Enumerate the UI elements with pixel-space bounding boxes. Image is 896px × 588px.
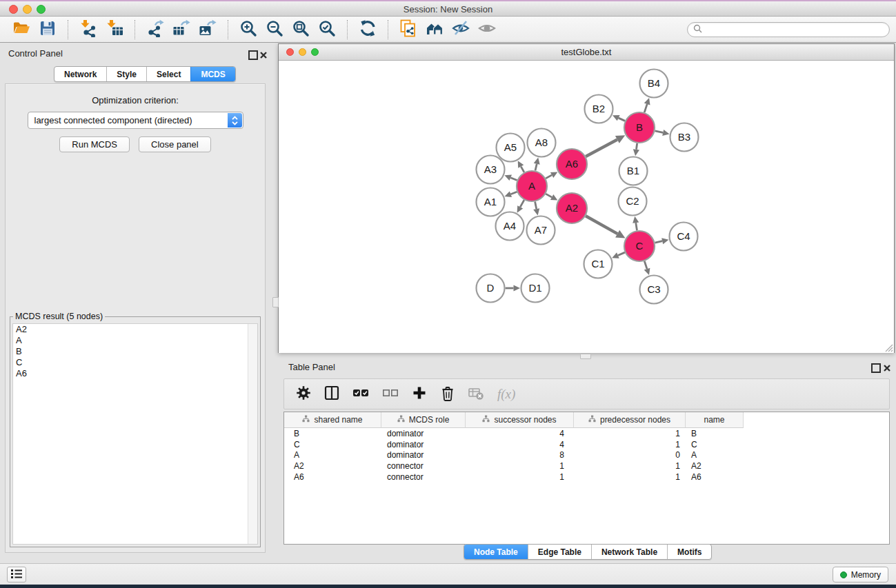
export-image-button[interactable] — [197, 19, 219, 40]
table-cell[interactable]: A6 — [686, 472, 744, 482]
table-cell[interactable]: dominator — [381, 450, 466, 460]
graph-node-A[interactable]: A — [517, 171, 547, 201]
table-cell[interactable]: 1 — [574, 472, 686, 482]
export-table-button[interactable] — [170, 19, 192, 40]
search-input[interactable] — [706, 24, 889, 35]
graph-edge-B-B3[interactable] — [655, 130, 670, 136]
deselect-all-button[interactable] — [382, 385, 399, 403]
column-header-shared-name[interactable]: shared name — [284, 412, 381, 428]
network-canvas[interactable]: B4B2BB3A8A5A6A3B1AC2A1A2A4A7C4CC1C3DD1 — [279, 61, 894, 353]
graph-node-C2[interactable]: C2 — [619, 187, 647, 216]
gear-button[interactable] — [296, 385, 311, 403]
table-cell[interactable]: 4 — [466, 440, 574, 449]
import-network-button[interactable] — [77, 19, 99, 40]
table-cell[interactable]: connector — [381, 461, 466, 471]
table-panel-close-button[interactable] — [883, 363, 891, 371]
column-header-name[interactable]: name — [686, 412, 744, 428]
tab-edge-table[interactable]: Edge Table — [528, 545, 591, 559]
graph-node-C1[interactable]: C1 — [584, 250, 613, 278]
hide-selected-button[interactable] — [450, 19, 472, 40]
zoom-fit-button[interactable] — [290, 19, 312, 40]
panel-divider-handle[interactable] — [580, 354, 591, 359]
panel-divider-handle[interactable] — [272, 297, 279, 307]
column-header-successor-nodes[interactable]: successor nodes — [466, 412, 574, 428]
graph-node-C[interactable]: C — [624, 231, 655, 261]
table-cell[interactable]: B — [284, 429, 381, 438]
graph-edge-A-A8[interactable] — [534, 158, 540, 171]
graph-node-B2[interactable]: B2 — [585, 95, 613, 123]
tab-style[interactable]: Style — [106, 67, 146, 81]
import-table-button[interactable] — [103, 19, 126, 40]
table-cell[interactable]: connector — [381, 472, 466, 482]
graph-node-B[interactable]: B — [624, 112, 655, 143]
table-cell[interactable]: 1 — [466, 461, 574, 471]
graph-edge-A2-C[interactable] — [586, 216, 625, 238]
export-network-button[interactable] — [144, 19, 166, 40]
table-cell[interactable]: A2 — [284, 461, 381, 471]
graph-edge-A6-B[interactable] — [586, 135, 625, 156]
graph-node-B4[interactable]: B4 — [640, 70, 668, 98]
graph-node-B3[interactable]: B3 — [670, 123, 699, 152]
zoom-selected-button[interactable] — [316, 19, 338, 40]
table-cell[interactable]: dominator — [381, 429, 466, 438]
zoom-in-button[interactable] — [237, 19, 259, 40]
table-cell[interactable]: 1 — [466, 472, 574, 482]
split-panel-button[interactable] — [324, 385, 339, 403]
table-cell[interactable]: 1 — [574, 461, 686, 471]
graph-node-A4[interactable]: A4 — [496, 212, 524, 241]
tab-motifs[interactable]: Motifs — [667, 545, 711, 559]
tab-node-table[interactable]: Node Table — [464, 545, 528, 559]
graph-edge-C-C1[interactable] — [612, 252, 625, 258]
graph-node-A2[interactable]: A2 — [557, 193, 587, 223]
new-network-from-selection-button[interactable] — [397, 19, 419, 40]
table-cell[interactable]: C — [284, 440, 381, 449]
graph-node-A6[interactable]: A6 — [557, 149, 587, 179]
open-session-button[interactable] — [10, 19, 32, 40]
tab-network[interactable]: Network — [54, 67, 106, 81]
graph-edge-C-C4[interactable] — [655, 238, 669, 244]
graph-node-D[interactable]: D — [477, 274, 505, 303]
table-cell[interactable]: C — [686, 440, 744, 449]
result-list-scrollbar[interactable] — [248, 324, 257, 544]
mcds-result-list[interactable]: A2ABCA6 — [12, 323, 258, 545]
graph-edge-B-B2[interactable] — [613, 115, 625, 121]
table-row[interactable]: Bdominator41B — [284, 428, 889, 439]
table-cell[interactable]: 1 — [574, 440, 686, 449]
graph-edge-A-A2[interactable] — [546, 194, 557, 201]
table-cell[interactable]: A — [284, 450, 381, 460]
search-box[interactable] — [687, 22, 890, 37]
graph-edge-B-B4[interactable] — [644, 98, 650, 112]
column-header-predecessor-nodes[interactable]: predecessor nodes — [574, 412, 686, 428]
trash-button[interactable] — [440, 385, 455, 403]
function-builder-button[interactable]: f(x) — [497, 387, 515, 402]
graph-node-A8[interactable]: A8 — [528, 129, 556, 157]
graph-node-C3[interactable]: C3 — [640, 276, 668, 304]
memory-button[interactable]: Memory — [833, 567, 888, 582]
close-panel-button[interactable]: Close panel — [139, 136, 211, 152]
table-cell[interactable]: A6 — [284, 472, 381, 482]
column-header-MCDS-role[interactable]: MCDS role — [381, 412, 466, 428]
graph-edge-A-A1[interactable] — [505, 191, 517, 197]
table-row[interactable]: Adominator80A — [284, 450, 889, 461]
graph-edge-A-A4[interactable] — [517, 200, 524, 213]
graph-edge-C-C2[interactable] — [633, 216, 639, 231]
table-cell[interactable]: 0 — [574, 450, 686, 460]
graph-node-A1[interactable]: A1 — [477, 188, 505, 216]
table-cell[interactable]: 8 — [466, 450, 574, 460]
graph-node-B1[interactable]: B1 — [619, 157, 648, 185]
apply-layout-button[interactable] — [357, 19, 379, 40]
criterion-select[interactable]: largest connected component (directed) — [28, 112, 243, 129]
select-all-button[interactable] — [352, 385, 369, 403]
clear-table-button[interactable] — [468, 386, 484, 403]
table-cell[interactable]: 1 — [574, 429, 686, 438]
table-panel-float-button[interactable] — [871, 363, 881, 373]
table-cell[interactable]: A — [686, 450, 744, 460]
table-row[interactable]: A2connector11A2 — [284, 460, 889, 472]
run-mcds-button[interactable]: Run MCDS — [59, 136, 130, 152]
table-cell[interactable]: A2 — [686, 461, 744, 471]
graph-edge-B-B1[interactable] — [633, 143, 639, 156]
graph-edge-A-A5[interactable] — [518, 161, 524, 172]
show-panels-button[interactable] — [7, 567, 26, 582]
control-panel-float-button[interactable] — [248, 50, 258, 60]
add-button[interactable] — [412, 385, 427, 403]
